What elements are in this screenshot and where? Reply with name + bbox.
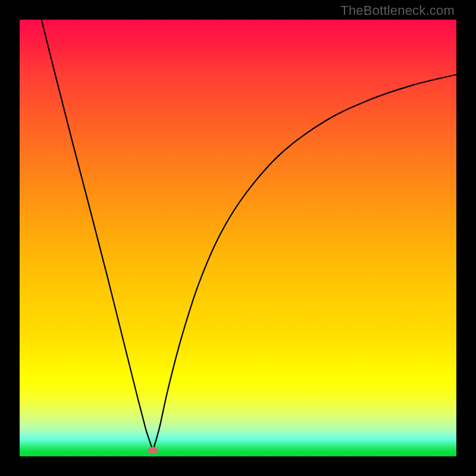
chart-plot-area [20,20,456,456]
optimum-marker [148,447,158,454]
bottleneck-curve [20,20,456,456]
watermark-text: TheBottleneck.com [340,3,455,18]
